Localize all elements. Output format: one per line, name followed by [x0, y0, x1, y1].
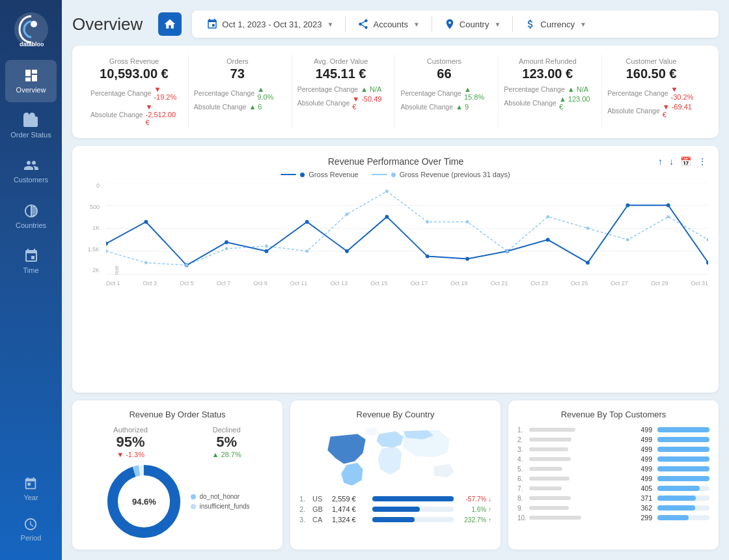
chart-yaxis: 2K 1.5K 1K 500 0 — [83, 182, 102, 273]
svg-point-11 — [225, 240, 228, 244]
top-customers-card: Revenue By Top Customers 1. 499 2. 499 3… — [508, 400, 719, 550]
legend-label-2: Gross Revenue (previous 31 days) — [400, 171, 510, 178]
customer-rank-7: 7. — [517, 485, 527, 492]
customer-rank-10: 10. — [517, 514, 527, 522]
svg-point-16 — [426, 255, 430, 259]
sidebar-item-countries[interactable]: Countries — [5, 195, 57, 238]
country-code-3: CA — [312, 516, 328, 524]
svg-point-27 — [225, 247, 228, 250]
order-status-top: Authorized 95% ▼ -1.3% Declined 5% ▲ 28.… — [81, 426, 273, 458]
country-title: Revenue By Country — [299, 410, 491, 419]
legend-prev-revenue: Gross Revenue (previous 31 days) — [372, 171, 510, 178]
country-row-2: 2. GB 1,474 € 1.6% ↑ — [299, 505, 491, 513]
abs-val: ▲ 6 — [249, 103, 262, 111]
customer-row-4: 4. 499 — [517, 455, 709, 463]
customer-rank-1: 1. — [517, 427, 527, 434]
chart-calendar-btn[interactable]: 📅 — [679, 155, 693, 168]
header: Overview Oct 1, 2023 - Oct 31, 2023 ▼ Ac… — [72, 10, 719, 38]
customer-name-bar-5 — [529, 467, 562, 471]
pct-val: ▼ -30.2% — [671, 85, 695, 101]
donut-legend-label-1: do_not_honor — [199, 493, 240, 500]
sidebar-item-customers[interactable]: Customers — [5, 150, 57, 192]
customer-row-3: 3. 499 — [517, 445, 709, 453]
metric-customers-label: Customers — [400, 57, 488, 65]
customer-name-bar-7 — [529, 486, 562, 490]
authorized-change: ▼ -1.3% — [113, 451, 148, 458]
metric-customer-value-rows: Percentage Change ▼ -30.2% Absolute Chan… — [607, 85, 695, 119]
sidebar-year-btn[interactable]: Year — [20, 471, 41, 507]
authorized-label: Authorized — [113, 426, 148, 434]
customer-value-7: 405 — [633, 484, 652, 492]
customer-rank-2: 2. — [517, 436, 527, 443]
revenue-chart-card: Revenue Performance Over Time ↑ ↓ 📅 ⋮ Gr… — [72, 146, 719, 393]
donut-legend-1: do_not_honor — [191, 493, 249, 500]
sidebar-period-btn[interactable]: Period — [18, 512, 45, 547]
xaxis-oct25: Oct 25 — [571, 280, 588, 287]
svg-point-31 — [385, 189, 389, 193]
svg-point-17 — [465, 257, 469, 261]
xaxis-oct23: Oct 23 — [530, 280, 548, 287]
world-map — [299, 426, 491, 491]
customer-bar-5 — [657, 466, 709, 471]
abs-val: ▲ 123.00 € — [559, 95, 591, 111]
home-button[interactable] — [158, 12, 182, 36]
yaxis-15k: 1.5K — [83, 246, 100, 253]
date-range-filter[interactable]: Oct 1, 2023 - Oct 31, 2023 ▼ — [200, 16, 340, 33]
chart-wrap: 2K 1.5K 1K 500 0 — [83, 182, 708, 287]
metric-avg-order: Avg. Order Value 145.11 € Percentage Cha… — [292, 55, 396, 129]
metric-customers: Customers 66 Percentage Change ▲ 15.8% A… — [395, 55, 499, 129]
sidebar-item-label: Order Status — [10, 131, 51, 139]
svg-point-25 — [144, 261, 148, 264]
accounts-filter[interactable]: Accounts ▼ — [351, 16, 426, 33]
abs-val: ▼ -50.49 € — [352, 95, 384, 111]
svg-point-37 — [626, 238, 629, 242]
chart-download-btn[interactable]: ↓ — [668, 155, 675, 168]
customer-rank-8: 8. — [517, 495, 527, 502]
metric-row-abs: Absolute Change ▲ 6 — [194, 103, 281, 111]
country-filter[interactable]: Country ▼ — [437, 16, 507, 33]
chart-upload-btn[interactable]: ↑ — [657, 155, 664, 168]
xaxis-oct19: Oct 19 — [450, 280, 468, 287]
xaxis-oct5: Oct 5 — [180, 280, 194, 287]
currency-filter[interactable]: Currency ▼ — [518, 16, 593, 33]
sidebar-item-overview[interactable]: Overview — [5, 60, 57, 102]
customer-name-3 — [529, 447, 630, 451]
metric-gross-revenue-rows: Percentage Change ▼ -19.2% Absolute Chan… — [90, 85, 178, 126]
metric-customers-rows: Percentage Change ▲ 15.8% Absolute Chang… — [400, 85, 488, 111]
sidebar-item-order-status[interactable]: Order Status — [5, 105, 57, 147]
customer-name-bar-4 — [529, 457, 571, 461]
customer-row-7: 7. 405 — [517, 484, 709, 492]
country-arrow: ▼ — [494, 21, 501, 28]
accounts-arrow: ▼ — [413, 21, 420, 28]
metric-refunded-value: 123.00 € — [504, 66, 591, 81]
currency-label: Currency — [540, 20, 575, 29]
bottom-row: Revenue By Order Status Authorized 95% ▼… — [72, 400, 719, 550]
date-range-label: Oct 1, 2023 - Oct 31, 2023 — [222, 20, 322, 29]
sidebar-item-time[interactable]: Time — [5, 240, 57, 283]
customer-bar-4 — [657, 456, 709, 462]
customer-rank-9: 9. — [517, 505, 527, 512]
metric-row-abs: Absolute Change ▲ 9 — [400, 103, 488, 111]
svg-point-12 — [264, 249, 268, 253]
metrics-grid: Gross Revenue 10,593.00 € Percentage Cha… — [85, 55, 706, 129]
pct-val: ▲ N/A — [568, 85, 588, 93]
sidebar-year-label: Year — [23, 494, 38, 501]
legend-gross-revenue: Gross Revenue — [281, 171, 358, 178]
country-value-2: 1,474 € — [332, 505, 368, 513]
top-customers-title: Revenue By Top Customers — [517, 410, 709, 419]
customer-name-4 — [529, 457, 630, 461]
customer-value-8: 371 — [633, 494, 652, 502]
chart-more-btn[interactable]: ⋮ — [696, 155, 708, 168]
metric-orders-rows: Percentage Change ▲ 9.0% Absolute Change… — [194, 85, 281, 111]
metric-avg-order-rows: Percentage Change ▲ N/A Absolute Change … — [297, 85, 385, 111]
svg-point-39 — [707, 238, 708, 242]
customer-name-bar-10 — [529, 516, 581, 520]
svg-point-26 — [185, 264, 188, 267]
xaxis-oct29: Oct 29 — [651, 280, 668, 287]
pct-label: Percentage Change — [194, 89, 254, 97]
filter-divider-2 — [432, 16, 432, 32]
xaxis-oct21: Oct 21 — [491, 280, 508, 287]
country-bar-wrap-3 — [372, 517, 454, 522]
pct-val: ▲ 9.0% — [257, 85, 281, 101]
metric-refunded: Amount Refunded 123.00 € Percentage Chan… — [499, 55, 602, 129]
